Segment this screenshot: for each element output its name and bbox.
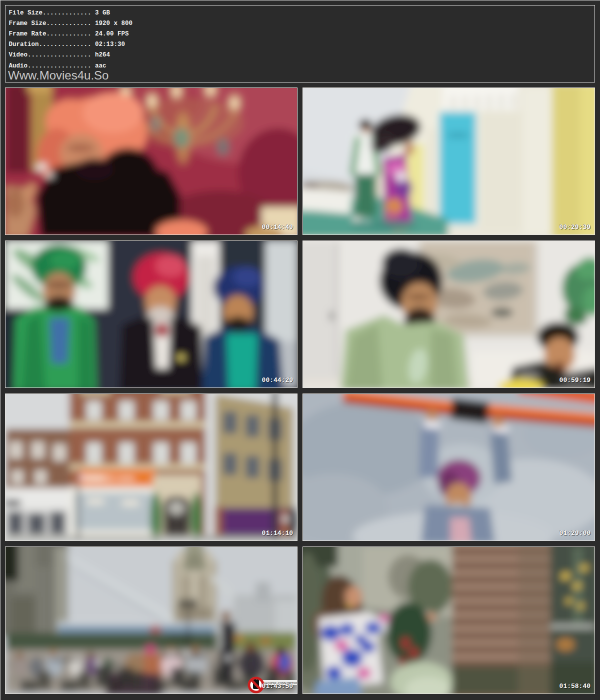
svg-text:Incredible India: Incredible India bbox=[80, 474, 134, 482]
